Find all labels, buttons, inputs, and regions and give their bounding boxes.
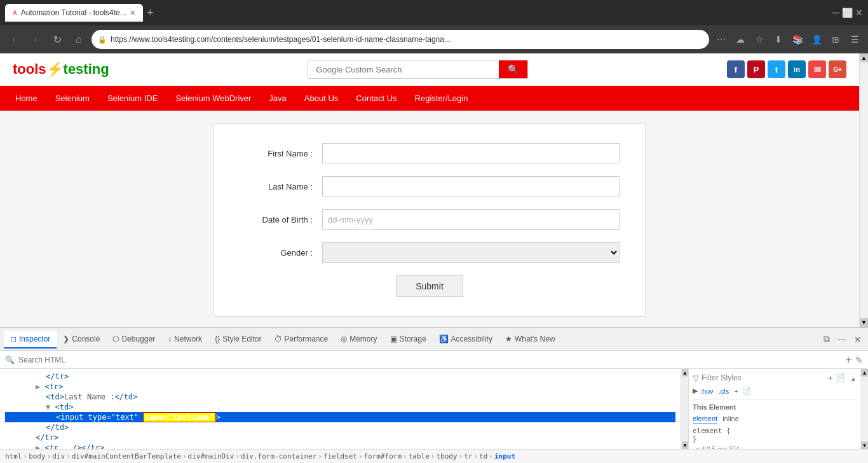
forward-button[interactable]: › bbox=[27, 31, 44, 48]
styles-scroll-up-btn[interactable]: ▲ bbox=[861, 369, 868, 377]
site-nav: Home Selenium Selenium IDE Selenium WebD… bbox=[0, 86, 859, 111]
tab-memory[interactable]: ◎ Memory bbox=[334, 331, 383, 349]
html-line[interactable]: ▼ <td> bbox=[5, 402, 675, 412]
html-line[interactable]: ▶ <tr … /></tr> bbox=[5, 443, 675, 449]
nav-selenium[interactable]: Selenium bbox=[46, 86, 98, 111]
tab-network[interactable]: ↕ Network bbox=[161, 331, 208, 349]
twitter-icon[interactable]: t bbox=[768, 60, 785, 78]
html-scrollbar[interactable]: ▲ ▼ bbox=[681, 369, 689, 449]
pseudo-label: :hov bbox=[700, 387, 714, 395]
nav-contact-us[interactable]: Contact Us bbox=[347, 86, 405, 111]
pseudo-header[interactable]: ▶ :hov .cls + 📄 bbox=[693, 387, 857, 395]
extensions-icon[interactable]: ⊞ bbox=[827, 31, 844, 48]
breadcrumb-div1[interactable]: div bbox=[52, 452, 65, 460]
breadcrumb-div-main[interactable]: div#mainDiv bbox=[188, 452, 234, 460]
back-button[interactable]: ‹ bbox=[5, 31, 23, 48]
download-icon[interactable]: ⬇ bbox=[770, 31, 787, 48]
breadcrumb-input[interactable]: input bbox=[494, 452, 515, 460]
facebook-icon[interactable]: f bbox=[727, 60, 745, 78]
dob-input[interactable] bbox=[322, 209, 620, 230]
minimize-button[interactable]: ─ bbox=[832, 7, 839, 18]
tab-inspector[interactable]: ◻ Inspector bbox=[4, 331, 57, 349]
tab-storage[interactable]: ▣ Storage bbox=[384, 331, 433, 349]
tab-style-editor[interactable]: {} Style Editor bbox=[208, 331, 268, 349]
form-card: First Name : Last Name : Date of Birth :… bbox=[214, 123, 646, 317]
nav-selenium-webdriver[interactable]: Selenium WebDriver bbox=[166, 86, 260, 111]
styles-scroll-up[interactable]: ▲ bbox=[850, 375, 857, 382]
sync-icon[interactable]: 👤 bbox=[808, 31, 825, 48]
breadcrumb-body[interactable]: body bbox=[29, 452, 46, 460]
tab-accessibility[interactable]: ♿ Accessibility bbox=[433, 331, 499, 349]
styles-scroll-down-btn[interactable]: ▼ bbox=[861, 441, 868, 449]
pick-element-button[interactable]: ✎ bbox=[855, 355, 863, 365]
this-element-tab-inline[interactable]: inline bbox=[722, 413, 739, 424]
tab-console[interactable]: ❯ Console bbox=[57, 331, 106, 349]
search-button[interactable]: 🔍 bbox=[499, 60, 527, 78]
nav-register-login[interactable]: Register/Login bbox=[406, 86, 477, 111]
dock-button[interactable]: ⧉ bbox=[821, 333, 832, 346]
nav-home[interactable]: Home bbox=[6, 86, 46, 111]
first-name-input[interactable] bbox=[322, 143, 620, 163]
restore-button[interactable]: ⬜ bbox=[842, 8, 853, 18]
breadcrumb-form[interactable]: form#form bbox=[364, 452, 402, 460]
breadcrumb-table[interactable]: table bbox=[409, 452, 430, 460]
this-element-tab-element[interactable]: element bbox=[693, 413, 717, 424]
breadcrumb-html[interactable]: html bbox=[5, 452, 22, 460]
search-html-input[interactable] bbox=[18, 356, 842, 364]
close-devtools-button[interactable]: ✕ bbox=[851, 333, 864, 346]
html-line[interactable]: </td> bbox=[5, 422, 675, 432]
new-tab-button[interactable]: + bbox=[147, 6, 154, 20]
scroll-down[interactable]: ▼ bbox=[860, 318, 868, 327]
breadcrumb-td[interactable]: td bbox=[479, 452, 487, 460]
close-window-button[interactable]: ✕ bbox=[855, 8, 863, 18]
nav-selenium-ide[interactable]: Selenium IDE bbox=[98, 86, 166, 111]
breadcrumb-tr[interactable]: tr bbox=[464, 452, 472, 460]
html-scroll-down[interactable]: ▼ bbox=[682, 441, 688, 449]
styles-file-icon[interactable]: 📄 bbox=[836, 373, 845, 383]
pseudo-section: ▶ :hov .cls + 📄 bbox=[693, 387, 857, 399]
more-options-button[interactable]: ⋯ bbox=[835, 333, 849, 346]
tab-close-button[interactable]: × bbox=[130, 8, 135, 18]
styles-add-rule[interactable]: + bbox=[828, 373, 833, 383]
html-line[interactable]: ▶ <tr> bbox=[5, 382, 675, 392]
nav-about-us[interactable]: About Us bbox=[295, 86, 347, 111]
html-scroll-up[interactable]: ▲ bbox=[682, 369, 688, 377]
email-icon[interactable]: ✉ bbox=[808, 60, 826, 78]
tab-debugger[interactable]: ⬡ Debugger bbox=[106, 331, 161, 349]
tab-performance[interactable]: ⏱ Performance bbox=[268, 331, 335, 349]
home-button[interactable]: ⌂ bbox=[70, 31, 88, 48]
gender-select[interactable]: Male Female bbox=[322, 242, 620, 263]
site-logo[interactable]: tools⚡testing bbox=[13, 61, 109, 78]
bookmark-icon[interactable]: ☆ bbox=[751, 31, 768, 48]
more-button[interactable]: ⋯ bbox=[713, 31, 729, 48]
submit-button[interactable]: Submit bbox=[396, 275, 463, 297]
breadcrumb-tbody[interactable]: tbody bbox=[436, 452, 457, 460]
googleplus-icon[interactable]: G+ bbox=[829, 60, 846, 78]
pseudo-file[interactable]: 📄 bbox=[742, 387, 751, 395]
pseudo-add[interactable]: + bbox=[734, 387, 738, 395]
style-editor-label: Style Editor bbox=[222, 335, 261, 343]
library-icon[interactable]: 📚 bbox=[789, 31, 806, 48]
scrollbar[interactable]: ▲ ▼ bbox=[859, 53, 868, 327]
breadcrumb-div-main-template[interactable]: div#mainContentBarTemplate bbox=[72, 452, 181, 460]
breadcrumb-div-form[interactable]: div.form-container bbox=[241, 452, 316, 460]
html-line[interactable]: </tr> bbox=[5, 432, 675, 443]
breadcrumb-fieldset[interactable]: fieldset bbox=[323, 452, 357, 460]
search-input[interactable] bbox=[308, 60, 499, 78]
refresh-button[interactable]: ↻ bbox=[48, 31, 66, 48]
styles-scrollbar[interactable]: ▲ ▼ bbox=[860, 369, 868, 449]
html-line[interactable]: <td>Last Name :</td> bbox=[5, 392, 675, 402]
address-bar[interactable]: 🔒 https://www.tools4testing.com/contents… bbox=[92, 30, 709, 49]
html-line-selected[interactable]: <input type="text" name="lastname"> bbox=[5, 412, 675, 422]
last-name-input[interactable] bbox=[322, 176, 620, 197]
nav-java[interactable]: Java bbox=[260, 86, 295, 111]
linkedin-icon[interactable]: in bbox=[788, 60, 806, 78]
pinterest-icon[interactable]: P bbox=[747, 60, 765, 78]
add-node-button[interactable]: + bbox=[846, 354, 851, 366]
menu-button[interactable]: ☰ bbox=[846, 31, 863, 48]
tab-whats-new[interactable]: ★ What's New bbox=[499, 331, 562, 349]
browser-tab[interactable]: A Automation Tutorial - tools4te... × bbox=[5, 4, 143, 22]
scroll-up[interactable]: ▲ bbox=[860, 53, 868, 62]
pocket-icon[interactable]: ☁ bbox=[732, 31, 749, 48]
html-line[interactable]: </tr> bbox=[5, 371, 675, 382]
